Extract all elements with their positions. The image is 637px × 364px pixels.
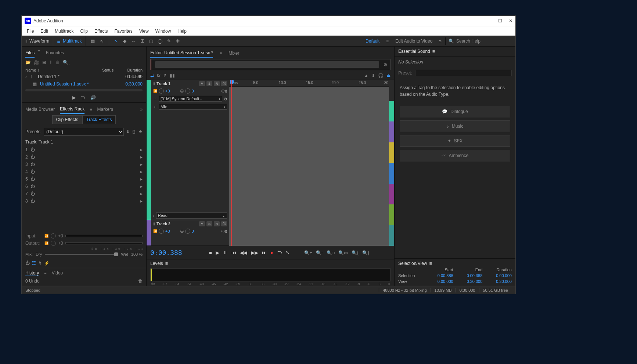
- zoom-in-icon[interactable]: 🔍+: [304, 250, 312, 255]
- power-icon[interactable]: ⏻: [30, 184, 38, 189]
- panel-overflow-icon[interactable]: »: [140, 107, 143, 112]
- tab-favorites[interactable]: Favorites: [46, 49, 64, 58]
- tab-video[interactable]: Video: [52, 270, 63, 276]
- multitrack-mode-button[interactable]: ≣ Multitrack: [53, 36, 86, 46]
- maximize-button[interactable]: ☐: [498, 18, 502, 23]
- files-scrollbar[interactable]: [25, 89, 143, 91]
- editor-menu-icon[interactable]: ≡: [220, 51, 222, 55]
- file-row[interactable]: › ⫴ Untitled 1 * 0:04.599: [22, 73, 146, 80]
- mix-slider[interactable]: [45, 254, 118, 255]
- mix-pct[interactable]: 100 %: [131, 252, 143, 256]
- zoom-full-icon[interactable]: 🔍□: [327, 250, 335, 255]
- razor-tool-icon[interactable]: ◆: [121, 37, 129, 45]
- rewind-button[interactable]: ◀◀: [240, 250, 247, 255]
- record-button[interactable]: ●: [270, 250, 273, 255]
- subtab-clip-effects[interactable]: Clip Effects: [52, 115, 82, 124]
- tab-effects-rack[interactable]: Effects Rack: [60, 105, 84, 114]
- essential-sound-menu-icon[interactable]: ≡: [432, 49, 435, 54]
- history-menu-icon[interactable]: ≡: [44, 270, 46, 276]
- zoom-selection-icon[interactable]: 🔍▭: [338, 250, 348, 255]
- zoom-in-point-icon[interactable]: 🔍{: [352, 250, 359, 255]
- sv-selection-dur[interactable]: 0:00.000: [487, 273, 512, 278]
- col-name[interactable]: Name ↑: [25, 68, 102, 72]
- preset-save-icon[interactable]: ⬇: [126, 129, 130, 134]
- sv-selection-end[interactable]: 0:00.388: [458, 273, 483, 278]
- time-display[interactable]: 0:00.388: [150, 249, 194, 256]
- files-panel-menu-icon[interactable]: ≡: [37, 49, 40, 58]
- file-row[interactable]: ▦ Untitled Session 1.sesx * 0:30.000: [22, 80, 146, 88]
- tab-media-browser[interactable]: Media Browser: [25, 105, 55, 113]
- fx-slot[interactable]: 8⏻▸: [22, 197, 146, 205]
- record-arm-button[interactable]: R: [214, 81, 220, 86]
- spectral-freq-icon[interactable]: ▤: [89, 37, 97, 45]
- menu-clip[interactable]: Clip: [77, 28, 91, 35]
- track-lanes[interactable]: hms 5.0 10.0 15.0 20.0 25.0 30: [229, 80, 389, 246]
- menu-favorites[interactable]: Favorites: [112, 28, 136, 35]
- playhead[interactable]: [231, 80, 232, 246]
- fx-slot[interactable]: 2⏻▸: [22, 153, 146, 161]
- presets-dropdown[interactable]: (Default): [44, 128, 124, 136]
- track-output-dropdown[interactable]: Mix›: [159, 104, 227, 110]
- subtab-track-effects[interactable]: Track Effects: [82, 115, 116, 124]
- levels-menu-icon[interactable]: ≡: [165, 261, 168, 266]
- marquee-tool-icon[interactable]: ▢: [147, 37, 155, 45]
- power-icon[interactable]: ⏻: [30, 147, 38, 152]
- automation-expand-icon[interactable]: ›: [153, 214, 155, 218]
- workspace-more-icon[interactable]: »: [439, 39, 442, 44]
- fx-slot[interactable]: 7⏻▸: [22, 190, 146, 197]
- track-input-dropdown[interactable]: [01M] System Default -›: [159, 96, 222, 102]
- solo-button[interactable]: S: [206, 221, 212, 226]
- menu-file[interactable]: File: [24, 28, 37, 35]
- tab-markers[interactable]: Markers: [97, 105, 113, 113]
- preset-favorite-icon[interactable]: ★: [138, 129, 143, 134]
- playhead-return-icon[interactable]: ⏏: [386, 73, 391, 78]
- volume-knob[interactable]: [159, 88, 164, 94]
- open-file-icon[interactable]: 📂: [25, 60, 31, 65]
- es-preset-dropdown[interactable]: [415, 70, 512, 76]
- menu-effects[interactable]: Effects: [91, 28, 111, 35]
- pan-knob[interactable]: [185, 229, 190, 234]
- sfx-button[interactable]: ✦SFX: [400, 135, 510, 147]
- dialogue-button[interactable]: 💬Dialogue: [400, 106, 510, 117]
- menu-view[interactable]: View: [136, 28, 152, 35]
- zoom-out-point-icon[interactable]: 🔍}: [362, 250, 369, 255]
- fx-menu-icon[interactable]: ▸: [140, 147, 143, 152]
- power-icon[interactable]: ⏻: [30, 191, 38, 196]
- pan-knob[interactable]: [185, 88, 190, 94]
- sends-icon[interactable]: ↱: [163, 73, 167, 78]
- record-file-icon[interactable]: 🎥: [34, 60, 39, 65]
- play-button[interactable]: ▶: [216, 250, 219, 255]
- input-knob[interactable]: [51, 233, 56, 239]
- time-select-tool-icon[interactable]: Ꮖ: [138, 37, 147, 45]
- track-name[interactable]: Track 2: [156, 222, 198, 226]
- forward-button[interactable]: ▶▶: [251, 250, 258, 255]
- tab-mixer[interactable]: Mixer: [228, 49, 239, 57]
- preset-delete-icon[interactable]: 🗑: [132, 129, 136, 134]
- stop-button[interactable]: ■: [209, 250, 212, 255]
- pan-value[interactable]: 0: [192, 229, 194, 233]
- mute-button[interactable]: M: [199, 221, 205, 226]
- rack-lightning-icon[interactable]: ⚡: [44, 261, 50, 266]
- lasso-tool-icon[interactable]: ◯: [156, 37, 164, 45]
- eq-icon[interactable]: ▮▮: [170, 73, 175, 78]
- headphone-icon[interactable]: 🎧: [378, 73, 384, 78]
- skip-selection-button[interactable]: ⤡: [285, 250, 289, 255]
- history-trash-icon[interactable]: 🗑: [138, 279, 143, 284]
- workspace-default[interactable]: Default: [366, 39, 379, 44]
- fx-slot[interactable]: 4⏻▸: [22, 168, 146, 175]
- move-tool-icon[interactable]: ↖: [112, 37, 120, 45]
- zoom-settings-icon[interactable]: ⊕: [381, 62, 390, 67]
- power-icon[interactable]: ⏻: [30, 176, 38, 182]
- selection-view-menu-icon[interactable]: ≡: [429, 261, 432, 266]
- ambience-button[interactable]: 〰Ambience: [400, 150, 510, 161]
- waveform-mode-button[interactable]: ⫴ Waveform: [22, 36, 53, 46]
- automation-mode-dropdown[interactable]: Read⌄: [156, 212, 227, 219]
- record-arm-button[interactable]: R: [214, 221, 220, 226]
- col-status[interactable]: Status: [102, 68, 120, 72]
- metronome-icon[interactable]: ▲: [364, 73, 368, 78]
- fx-menu-icon[interactable]: ▸: [140, 191, 143, 196]
- pan-value[interactable]: 0: [192, 89, 194, 93]
- power-icon[interactable]: ⏻: [30, 154, 38, 160]
- sv-view-dur[interactable]: 0:30.000: [487, 279, 512, 284]
- skip-forward-button[interactable]: ⏭: [262, 250, 267, 255]
